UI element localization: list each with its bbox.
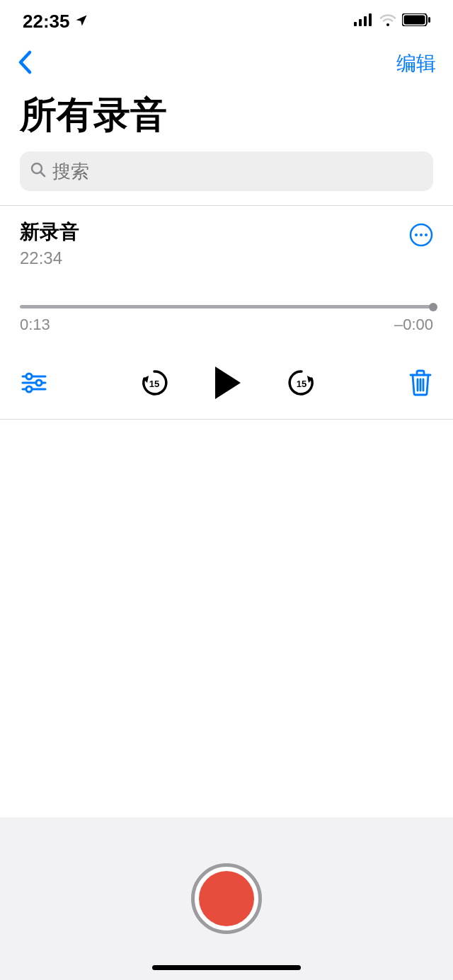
options-button[interactable]	[21, 372, 47, 396]
svg-rect-6	[428, 17, 430, 23]
elapsed-time: 0:13	[20, 316, 50, 334]
svg-rect-2	[364, 16, 367, 26]
record-button[interactable]	[191, 863, 262, 934]
back-button[interactable]	[17, 50, 33, 78]
svg-point-18	[26, 386, 32, 392]
svg-rect-1	[359, 19, 362, 26]
remaining-time: –0:00	[394, 316, 433, 334]
svg-point-11	[420, 234, 423, 236]
recording-timestamp: 22:34	[20, 248, 79, 268]
cellular-icon	[354, 13, 374, 29]
search-icon	[30, 161, 47, 181]
svg-rect-5	[404, 16, 425, 25]
svg-rect-0	[354, 22, 357, 26]
search-field[interactable]	[20, 151, 433, 191]
svg-point-10	[415, 234, 418, 236]
location-icon	[74, 11, 88, 33]
forward-15-button[interactable]: 15	[286, 367, 317, 401]
nav-bar: 编辑	[0, 42, 453, 85]
status-time: 22:35	[23, 11, 70, 33]
page-title: 所有录音	[0, 85, 453, 151]
scrubber-thumb[interactable]	[429, 303, 437, 311]
svg-rect-3	[369, 13, 372, 26]
rewind-15-button[interactable]: 15	[139, 367, 170, 401]
more-button[interactable]	[409, 223, 433, 250]
recording-title: 新录音	[20, 219, 79, 246]
svg-line-8	[41, 173, 45, 177]
svg-point-16	[36, 380, 42, 386]
edit-button[interactable]: 编辑	[396, 50, 436, 77]
search-input[interactable]	[52, 161, 423, 183]
record-bar	[0, 817, 453, 980]
wifi-icon	[379, 13, 396, 29]
recording-item[interactable]: 新录音 22:34 0:13 –0:00 15 15	[0, 206, 453, 419]
battery-icon	[402, 13, 430, 29]
delete-button[interactable]	[409, 369, 432, 399]
svg-text:15: 15	[149, 379, 159, 389]
status-bar: 22:35	[0, 0, 453, 42]
svg-text:15: 15	[297, 379, 306, 389]
play-button[interactable]	[212, 365, 243, 403]
svg-point-12	[425, 234, 428, 236]
record-inner-icon	[199, 871, 254, 926]
playback-scrubber[interactable]	[20, 305, 433, 309]
home-indicator[interactable]	[152, 965, 301, 970]
svg-point-14	[26, 374, 32, 379]
divider	[0, 419, 453, 420]
